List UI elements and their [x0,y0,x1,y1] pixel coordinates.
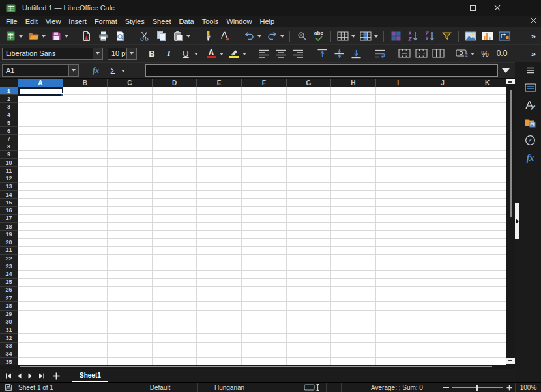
column-header-j[interactable]: J [420,79,465,87]
font-name-dropdown[interactable] [93,48,102,59]
row-header-11[interactable]: 11 [0,167,18,175]
export-pdf-button[interactable] [78,28,95,44]
redo-dropdown[interactable] [280,35,284,38]
minimize-button[interactable] [435,0,460,16]
sidebar-gallery-button[interactable] [522,115,539,131]
menu-item-sheet[interactable]: Sheet [149,16,175,27]
menu-item-edit[interactable]: Edit [22,16,42,27]
cells-area[interactable] [18,87,506,365]
align-bottom-button[interactable] [347,46,364,61]
row-header-5[interactable]: 5 [0,119,18,127]
zoom-level-cell[interactable]: 100% [515,383,541,392]
row-header-23[interactable]: 23 [0,262,18,270]
language-cell[interactable]: Hungarian [197,383,261,392]
row-header-8[interactable]: 8 [0,143,18,151]
maximize-button[interactable] [460,0,485,16]
close-document-button[interactable] [531,18,536,23]
page-style-cell[interactable]: Default [83,383,197,392]
row-header-7[interactable]: 7 [0,135,18,143]
select-function-button[interactable]: Σ [104,63,121,78]
scroll-up-button[interactable] [506,79,515,84]
sidebar-settings-button[interactable] [522,62,539,78]
menu-item-view[interactable]: View [42,16,65,27]
sort-ascending-button[interactable] [404,28,421,44]
clear-formatting-button[interactable] [216,28,233,44]
row-header-17[interactable]: 17 [0,215,18,223]
wrap-text-button[interactable] [372,46,388,61]
menu-item-data[interactable]: Data [175,16,197,27]
menu-item-help[interactable]: Help [256,16,279,27]
name-box[interactable]: A1 [2,64,79,77]
column-header-a[interactable]: A [18,79,63,87]
spelling-button[interactable]: abc [310,28,327,44]
sort-descending-button[interactable] [421,28,438,44]
insert-row-button[interactable] [334,28,351,44]
sidebar-hide-button[interactable] [515,203,519,239]
font-name-combobox[interactable]: Liberation Sans [2,48,103,60]
sidebar-navigator-button[interactable] [522,132,539,148]
row-header-13[interactable]: 13 [0,183,18,191]
merge-cells-button[interactable] [413,46,430,61]
align-top-button[interactable] [314,46,330,61]
cut-button[interactable] [136,28,153,44]
print-button[interactable] [95,28,111,44]
formula-button[interactable]: = [127,63,144,78]
row-header-30[interactable]: 30 [0,318,18,326]
print-preview-button[interactable] [111,28,128,44]
column-header-b[interactable]: B [63,79,108,87]
sheet-tab-sheet1[interactable]: Sheet1 [72,369,108,382]
format-currency-dropdown[interactable] [471,53,475,55]
column-header-f[interactable]: F [242,79,287,87]
new-document-button[interactable] [2,28,19,44]
row-header-27[interactable]: 27 [0,294,18,302]
row-header-19[interactable]: 19 [0,231,18,238]
stats-cell[interactable]: Average: ; Sum: 0 [357,383,437,392]
copy-button[interactable] [153,28,169,44]
add-sheet-button[interactable] [49,370,63,382]
column-header-h[interactable]: H [331,79,376,87]
format-number-button[interactable]: 0.0 [493,46,510,61]
redo-button[interactable] [263,28,280,44]
align-right-button[interactable] [289,46,306,61]
formula-input[interactable] [145,64,498,77]
column-header-e[interactable]: E [197,79,242,87]
row-header-25[interactable]: 25 [0,279,18,287]
horizontal-scrollbar[interactable] [0,365,515,369]
new-document-dropdown[interactable] [19,35,23,38]
insert-column-dropdown[interactable] [374,35,378,38]
column-header-k[interactable]: K [465,79,506,87]
row-header-6[interactable]: 6 [0,127,18,135]
menu-item-tools[interactable]: Tools [198,16,223,27]
underline-dropdown[interactable] [194,53,198,55]
row-header-14[interactable]: 14 [0,191,18,199]
sidebar-styles-button[interactable] [522,97,539,113]
center-vertically-button[interactable] [330,46,347,61]
align-left-button[interactable] [256,46,272,61]
row-header-31[interactable]: 31 [0,326,18,334]
font-color-button[interactable]: A [203,46,220,61]
row-header-26[interactable]: 26 [0,287,18,294]
underline-button[interactable]: U [177,46,194,61]
horizontal-scroll-thumb[interactable] [20,366,492,367]
highlight-color-button[interactable] [226,46,242,61]
sort-button[interactable] [387,28,404,44]
row-header-21[interactable]: 21 [0,247,18,255]
row-header-16[interactable]: 16 [0,207,18,215]
select-all-corner[interactable] [0,79,18,87]
last-sheet-button[interactable] [36,370,47,382]
previous-sheet-button[interactable] [14,370,25,382]
menu-item-format[interactable]: Format [91,16,121,27]
zoom-out-button[interactable] [443,387,449,388]
row-header-35[interactable]: 35 [0,358,18,365]
column-header-i[interactable]: I [376,79,421,87]
row-header-15[interactable]: 15 [0,199,18,206]
save-button[interactable] [48,28,65,44]
find-replace-button[interactable] [293,28,310,44]
row-headers[interactable]: 1234567891011121314151617181920212223242… [0,87,18,365]
row-header-32[interactable]: 32 [0,334,18,342]
row-header-29[interactable]: 29 [0,311,18,318]
font-size-dropdown[interactable] [126,48,136,59]
merge-center-cells-button[interactable] [396,46,413,61]
column-header-g[interactable]: G [287,79,332,87]
paste-button[interactable] [169,28,186,44]
